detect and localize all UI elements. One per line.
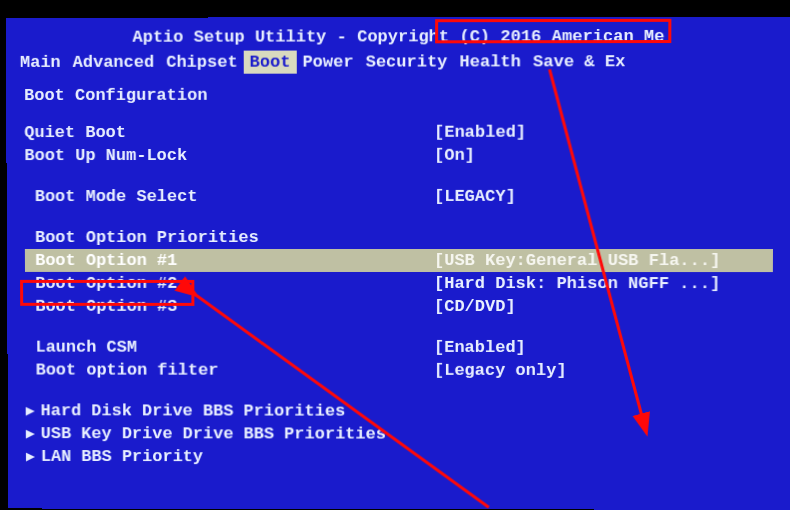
row-quiet-boot[interactable]: Quiet Boot [Enabled] — [24, 120, 773, 144]
value-numlock: [On] — [434, 144, 773, 167]
tab-chipset[interactable]: Chipset — [160, 50, 243, 73]
row-launch-csm[interactable]: Launch CSM [Enabled] — [25, 336, 772, 359]
triangle-icon: ▶ — [26, 401, 35, 420]
value-quiet-boot: [Enabled] — [434, 120, 774, 143]
row-boot-option-1[interactable]: Boot Option #1 [USB Key:General USB Fla.… — [25, 249, 773, 272]
label-boot-filter: Boot option filter — [25, 359, 434, 382]
submenu-usb-priorities[interactable]: ▶USB Key Drive Drive BBS Priorities — [26, 422, 772, 446]
label-numlock: Boot Up Num-Lock — [24, 144, 434, 167]
submenu-lan-priority[interactable]: ▶LAN BBS Priority — [26, 445, 772, 469]
app-name: Aptio Setup Utility — [132, 27, 326, 46]
tab-main[interactable]: Main — [14, 50, 67, 73]
content-pane: Boot Configuration Quiet Boot [Enabled] … — [6, 73, 790, 469]
tab-health[interactable]: Health — [453, 50, 527, 73]
section-header: Boot Configuration — [24, 85, 774, 105]
label-boot-mode: Boot Mode Select — [25, 185, 434, 208]
value-boot-option-1: [USB Key:General USB Fla...] — [434, 249, 773, 272]
title-tail: American Me — [541, 26, 664, 45]
tab-boot[interactable]: Boot — [244, 50, 297, 73]
label-hdd-priorities: Hard Disk Drive BBS Priorities — [41, 401, 346, 420]
submenu-hdd-priorities[interactable]: ▶Hard Disk Drive BBS Priorities — [26, 399, 773, 423]
triangle-icon: ▶ — [26, 424, 35, 443]
value-boot-option-2: [Hard Disk: Phison NGFF ...] — [434, 272, 773, 295]
row-boot-option-3[interactable]: Boot Option #3 [CD/DVD] — [25, 295, 773, 318]
row-boot-mode[interactable]: Boot Mode Select [LEGACY] — [25, 185, 774, 208]
row-boot-filter[interactable]: Boot option filter [Legacy only] — [25, 359, 772, 383]
bios-screen: Aptio Setup Utility - Copyright (C) 2016… — [6, 17, 790, 510]
tab-power[interactable]: Power — [296, 50, 359, 73]
label-quiet-boot: Quiet Boot — [24, 121, 434, 144]
tab-security[interactable]: Security — [360, 50, 454, 73]
value-boot-option-3: [CD/DVD] — [434, 295, 773, 318]
tab-save-exit[interactable]: Save & Ex — [527, 50, 631, 73]
row-numlock[interactable]: Boot Up Num-Lock [On] — [24, 144, 773, 167]
copyright-text: Copyright (C) 2016 — [357, 27, 541, 46]
row-boot-option-2[interactable]: Boot Option #2 [Hard Disk: Phison NGFF .… — [25, 272, 773, 295]
label-boot-option-3: Boot Option #3 — [25, 295, 434, 318]
label-boot-option-2: Boot Option #2 — [25, 272, 434, 295]
title-sep: - — [326, 27, 357, 46]
label-lan-priority: LAN BBS Priority — [41, 447, 203, 466]
label-usb-priorities: USB Key Drive Drive BBS Priorities — [41, 424, 386, 443]
value-launch-csm: [Enabled] — [434, 336, 773, 359]
menu-bar: Main Advanced Chipset Boot Power Securit… — [6, 49, 790, 74]
value-boot-filter: [Legacy only] — [434, 359, 772, 382]
priorities-header: Boot Option Priorities — [25, 226, 773, 249]
label-priorities-header: Boot Option Priorities — [25, 226, 434, 249]
triangle-icon: ▶ — [26, 447, 35, 466]
label-launch-csm: Launch CSM — [25, 336, 434, 359]
value-boot-mode: [LEGACY] — [434, 185, 773, 208]
tab-advanced[interactable]: Advanced — [67, 50, 161, 73]
title-bar: Aptio Setup Utility - Copyright (C) 2016… — [6, 17, 790, 50]
label-boot-option-1: Boot Option #1 — [25, 249, 434, 272]
